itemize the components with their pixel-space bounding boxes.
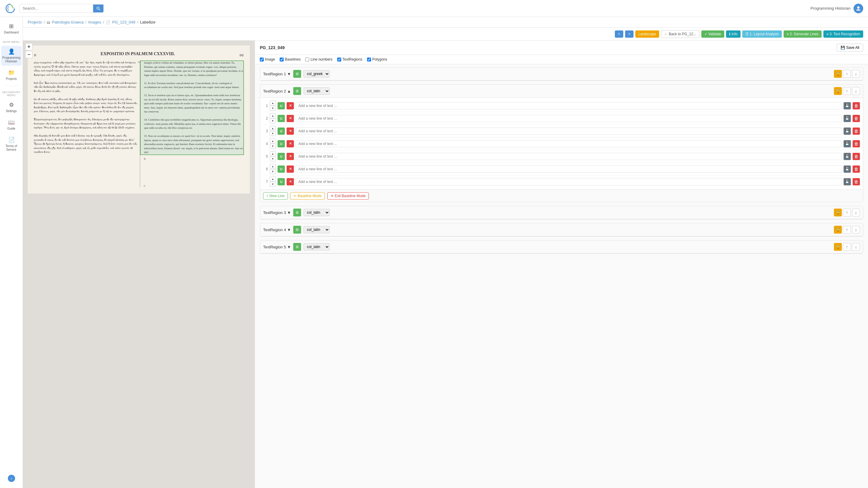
- sidebar-item-terms[interactable]: 📄 Terms of Service: [1, 134, 22, 154]
- save-all-button[interactable]: 💾 Save All: [837, 44, 863, 52]
- step1-button[interactable]: ☰ 1. Layout Analysis: [742, 30, 782, 38]
- line-save-button[interactable]: 💾: [844, 165, 851, 173]
- line-down-button[interactable]: ▼: [270, 144, 276, 149]
- line-text-input[interactable]: [296, 115, 842, 122]
- region-icon-btn-5[interactable]: ⊞: [293, 243, 301, 251]
- line-down-button[interactable]: ▼: [270, 169, 276, 174]
- region-down-btn-2[interactable]: ↓: [852, 87, 860, 95]
- region-orange-btn-4[interactable]: 🔒: [834, 226, 842, 234]
- region-icon-btn-3[interactable]: ⊞: [293, 209, 301, 216]
- line-save-button[interactable]: 💾: [844, 102, 851, 110]
- line-text-input[interactable]: [296, 153, 842, 160]
- line-save-button[interactable]: 💾: [844, 178, 851, 185]
- new-line-button[interactable]: + New Line: [263, 192, 288, 200]
- line-u-button[interactable]: U: [278, 140, 285, 147]
- line-text-input[interactable]: [296, 127, 842, 135]
- line-delete-button[interactable]: 🗑: [852, 102, 860, 110]
- region-up-btn-2[interactable]: ↑: [843, 87, 851, 95]
- region-orange-btn-2[interactable]: 🔒: [834, 87, 842, 95]
- line-up-button[interactable]: ▲: [270, 101, 276, 105]
- search-input[interactable]: [20, 4, 93, 12]
- breadcrumb-projects[interactable]: Projects: [28, 20, 42, 24]
- prev-button[interactable]: <: [615, 30, 623, 38]
- region-up-btn-3[interactable]: ↑: [843, 209, 851, 216]
- line-up-button[interactable]: ▲: [270, 177, 276, 181]
- line-delete-button[interactable]: 🗑: [852, 165, 860, 173]
- line-up-button[interactable]: ▲: [270, 164, 276, 169]
- breadcrumb-images[interactable]: Images: [88, 20, 101, 24]
- region-name-5[interactable]: TextRegion 5 ▼: [263, 245, 291, 249]
- region-name-3[interactable]: TextRegion 3 ▼: [263, 210, 291, 215]
- line-u-button[interactable]: U: [278, 178, 285, 185]
- region-up-btn-4[interactable]: ↑: [843, 226, 851, 234]
- line-x-button[interactable]: ✕: [287, 140, 294, 147]
- region-name-2[interactable]: TextRegion 2 ▲: [263, 89, 291, 93]
- breadcrumb-pg123[interactable]: PG_123_049: [112, 20, 135, 24]
- line-up-button[interactable]: ▲: [270, 151, 276, 156]
- region-orange-btn-1[interactable]: 🔒: [834, 70, 842, 78]
- line-down-button[interactable]: ▼: [270, 131, 276, 136]
- line-text-input[interactable]: [296, 178, 842, 185]
- line-down-button[interactable]: ▼: [270, 106, 276, 111]
- region-type-select-2[interactable]: col_greekcol_latintitlemargin: [304, 87, 330, 95]
- region-down-btn-5[interactable]: ↓: [852, 243, 860, 251]
- landscape-button[interactable]: Landscape: [635, 30, 659, 38]
- checkbox-linenumbers[interactable]: Line numbers: [305, 57, 333, 61]
- line-down-button[interactable]: ▼: [270, 156, 276, 161]
- region-down-btn-1[interactable]: ↓: [852, 70, 860, 78]
- line-u-button[interactable]: U: [278, 102, 285, 110]
- sidebar-item-settings[interactable]: ⚙ Settings: [1, 99, 22, 116]
- region-type-select-4[interactable]: col_greekcol_latintitlemargin: [304, 226, 330, 233]
- line-up-button[interactable]: ▲: [270, 113, 276, 118]
- checkbox-baselines[interactable]: Baselines: [280, 57, 301, 61]
- region-orange-btn-3[interactable]: 🔒: [834, 209, 842, 216]
- line-up-button[interactable]: ▲: [270, 126, 276, 131]
- line-save-button[interactable]: 💾: [844, 140, 851, 147]
- info-button[interactable]: ℹ Info: [726, 30, 741, 38]
- exit-baseline-button[interactable]: ✕ Exit Baseline Mode: [327, 192, 369, 200]
- sidebar-item-projects[interactable]: 📁 Projects: [1, 67, 22, 83]
- line-u-button[interactable]: U: [278, 127, 285, 135]
- checkbox-polygons[interactable]: Polygons: [367, 57, 387, 61]
- line-x-button[interactable]: ✕: [287, 102, 294, 110]
- region-up-btn-5[interactable]: ↑: [843, 243, 851, 251]
- region-type-select-5[interactable]: col_greekcol_latintitlemargin: [304, 243, 330, 250]
- line-text-input[interactable]: [296, 102, 842, 110]
- line-text-input[interactable]: [296, 140, 842, 147]
- line-u-button[interactable]: U: [278, 115, 285, 122]
- line-save-button[interactable]: 💾: [844, 127, 851, 135]
- checkbox-image[interactable]: Image: [260, 57, 275, 61]
- line-up-button[interactable]: ▲: [270, 139, 276, 144]
- region-type-select-1[interactable]: col_greekcol_latintitlemargin: [304, 70, 330, 78]
- line-x-button[interactable]: ✕: [287, 115, 294, 122]
- region-down-btn-4[interactable]: ↓: [852, 226, 860, 234]
- region-down-btn-3[interactable]: ↓: [852, 209, 860, 216]
- region-name-4[interactable]: TextRegion 4 ▼: [263, 227, 291, 232]
- sidebar-item-dashboard[interactable]: ⊞ Dashboard: [1, 21, 22, 37]
- breadcrumb-patrologia[interactable]: Patrologia Graeca: [52, 20, 84, 24]
- checkbox-textregions[interactable]: TextRegions: [337, 57, 362, 61]
- line-save-button[interactable]: 💾: [844, 115, 851, 122]
- line-save-button[interactable]: 💾: [844, 153, 851, 160]
- sidebar-item-programming-historian[interactable]: 👤 Programming Historian: [1, 46, 22, 66]
- next-button[interactable]: >: [625, 30, 633, 38]
- line-down-button[interactable]: ▼: [270, 118, 276, 123]
- region-icon-btn-4[interactable]: ⊞: [293, 226, 301, 234]
- region-icon-btn-2[interactable]: ⊞: [293, 87, 301, 95]
- step3-button[interactable]: ≡ 3. Text Recognition: [824, 30, 863, 38]
- line-delete-button[interactable]: 🗑: [852, 127, 860, 135]
- line-delete-button[interactable]: 🗑: [852, 153, 860, 160]
- line-u-button[interactable]: U: [278, 165, 285, 173]
- region-icon-btn-1[interactable]: ⊞: [293, 70, 301, 78]
- baseline-mode-button[interactable]: ✏ Baseline Mode: [290, 192, 325, 200]
- line-x-button[interactable]: ✕: [287, 153, 294, 160]
- zoom-out-button[interactable]: −: [25, 51, 33, 58]
- line-x-button[interactable]: ✕: [287, 178, 294, 185]
- logo[interactable]: [5, 3, 16, 14]
- region-type-select-3[interactable]: col_greekcol_latintitlemargin: [304, 209, 330, 216]
- back-button[interactable]: ← Back to PG_12...: [661, 30, 700, 38]
- line-u-button[interactable]: U: [278, 153, 285, 160]
- line-text-input[interactable]: [296, 165, 842, 173]
- step2-button[interactable]: ≡ 2. Generate Lines: [784, 30, 822, 38]
- region-up-btn-1[interactable]: ↑: [843, 70, 851, 78]
